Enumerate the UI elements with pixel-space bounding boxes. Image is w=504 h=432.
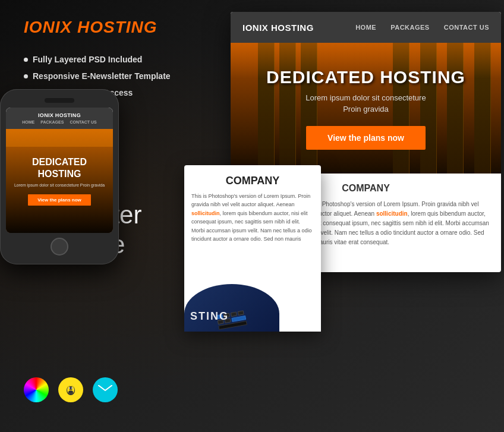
svg-point-5 <box>71 387 73 389</box>
phone-shell: IONIX HOSTING HOME PACKAGES CONTACT US D… <box>0 89 119 264</box>
phone-screen: IONIX HOSTING HOME PACKAGES CONTACT US D… <box>6 108 113 233</box>
colorwheel-icon[interactable] <box>24 377 49 402</box>
feature-item-1: Fully Layered PSD Included <box>24 55 202 64</box>
peek-body-text: This is Photoshop's version of Lorem Ips… <box>184 192 321 243</box>
email-nav-links: HOME PACKAGES CONTACT US <box>355 24 489 31</box>
mailchimp-svg <box>63 382 78 398</box>
phone-nav-links: HOME PACKAGES CONTACT US <box>11 120 108 124</box>
white-section-peek: COMPANY This is Photoshop's version of L… <box>184 165 321 332</box>
email-nav-brand: IONIX HOSTING <box>242 23 338 33</box>
nav-link-contact[interactable]: CONTACT US <box>444 24 489 31</box>
nav-link-packages[interactable]: PACKAGES <box>390 24 430 31</box>
company-text-body: This is Photoshop's version of Lorem Ips… <box>303 200 489 247</box>
phone-home-button[interactable] <box>51 238 68 256</box>
phone-nav-packages[interactable]: PACKAGES <box>40 120 64 124</box>
svg-point-3 <box>68 390 73 394</box>
sting-text: STING <box>190 310 229 323</box>
peek-highlight: sollicitudin <box>191 210 220 216</box>
bullet-icon <box>24 74 28 78</box>
phone-notch <box>45 98 74 103</box>
phone-hero: DEDICATED HOSTING Lorem ipsum dolor sit … <box>6 129 113 233</box>
phone-hero-subtitle: Lorem ipsum dolor sit consecteture Proin… <box>14 182 105 188</box>
nav-link-home[interactable]: HOME <box>355 24 376 31</box>
peek-keyboard-image: STING <box>184 272 279 332</box>
hero-content: DEDICATED HOSTING Lorem ipsum dolor sit … <box>266 67 465 150</box>
peek-company-title: COMPANY <box>184 165 321 192</box>
email-hero: DEDICATED HOSTING Lorem ipsum dolor sit … <box>231 43 501 174</box>
email-nav: IONIX HOSTING HOME PACKAGES CONTACT US <box>231 12 501 43</box>
hero-cta-button[interactable]: View the plans now <box>306 126 426 150</box>
phone-hero-title: DEDICATED HOSTING <box>14 156 105 179</box>
phone-cta-button[interactable]: View the plans now <box>28 194 91 206</box>
hero-subtitle: Lorem ipsum dolor sit consecteture Proin… <box>266 92 465 115</box>
email-icon[interactable] <box>93 377 118 402</box>
phone-nav: IONIX HOSTING HOME PACKAGES CONTACT US <box>6 108 113 129</box>
mobile-preview-wrapper: IONIX HOSTING HOME PACKAGES CONTACT US D… <box>0 89 119 264</box>
highlight-word: sollicitudin <box>376 210 408 217</box>
hero-title: DEDICATED HOSTING <box>266 67 465 87</box>
phone-nav-contact[interactable]: CONTACT US <box>70 120 96 124</box>
social-icons-row <box>24 377 202 414</box>
phone-nav-brand: IONIX HOSTING <box>11 112 108 118</box>
feature-label-2: Responsive E-Newsletter Template <box>33 71 171 81</box>
brand-logo: IONIX HOSTING <box>24 18 202 37</box>
feature-item-2: Responsive E-Newsletter Template <box>24 71 202 81</box>
svg-point-4 <box>69 387 70 389</box>
email-svg <box>98 385 112 395</box>
mailchimp-icon[interactable] <box>58 377 83 402</box>
phone-nav-home[interactable]: HOME <box>22 120 34 124</box>
feature-label-1: Fully Layered PSD Included <box>33 55 142 64</box>
bullet-icon <box>24 58 28 62</box>
